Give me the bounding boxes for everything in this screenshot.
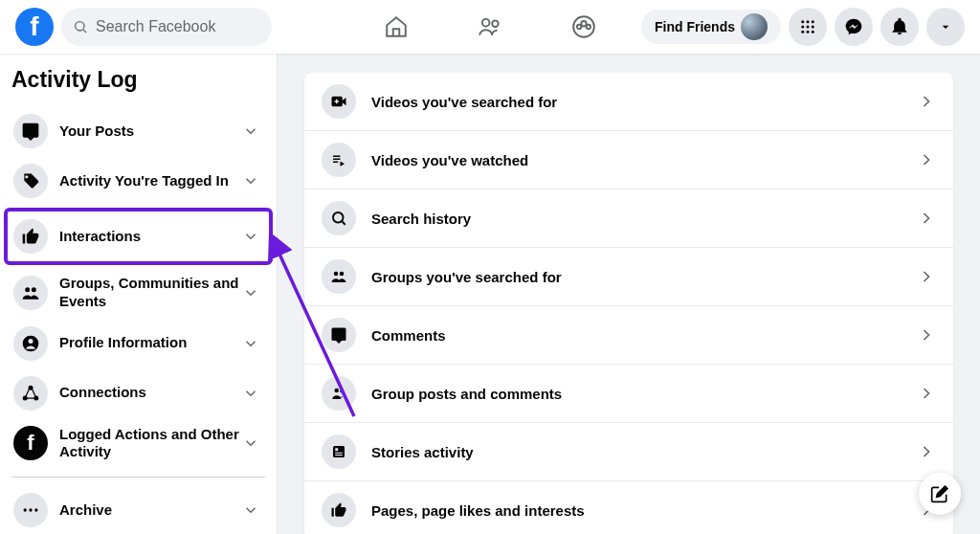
home-icon (384, 14, 409, 39)
row-groups-searched[interactable]: Groups you've searched for (304, 247, 953, 305)
svg-rect-41 (333, 446, 345, 457)
row-label: Group posts and comments (371, 386, 917, 402)
svg-point-2 (482, 19, 490, 27)
menu-button[interactable] (789, 8, 827, 46)
row-stories-activity[interactable]: Stories activity (304, 422, 953, 480)
chevron-down-icon (242, 284, 259, 301)
notifications-button[interactable] (880, 8, 919, 46)
account-button[interactable] (926, 8, 965, 46)
sidebar-item-logged-actions[interactable]: f Logged Actions and Other Activity (8, 418, 269, 470)
video-add-icon (322, 84, 356, 119)
svg-point-17 (25, 287, 30, 292)
sidebar-item-label: Groups, Communities and Events (59, 275, 242, 311)
svg-point-3 (492, 21, 499, 28)
svg-line-1 (83, 30, 86, 33)
row-label: Pages, page likes and interests (371, 502, 917, 519)
svg-point-9 (807, 20, 810, 23)
like-icon (13, 219, 48, 254)
sidebar-item-profile-info[interactable]: Profile Information (8, 319, 269, 368)
svg-point-11 (801, 26, 804, 29)
sidebar-item-label: Activity You're Tagged In (59, 172, 242, 190)
sidebar-item-label: Profile Information (59, 334, 242, 352)
search-placeholder: Search Facebook (96, 18, 215, 35)
svg-rect-43 (335, 453, 343, 454)
svg-point-39 (335, 389, 340, 393)
svg-point-40 (340, 389, 343, 392)
find-friends-label: Find Friends (655, 19, 735, 34)
page-title: Activity Log (8, 63, 269, 106)
svg-line-36 (342, 221, 345, 224)
chevron-right-icon (917, 325, 936, 345)
chevron-down-icon (242, 335, 259, 352)
chevron-down-icon (242, 501, 259, 519)
comment-icon (322, 318, 356, 352)
groups-nav[interactable] (570, 13, 597, 40)
sidebar-item-label: Archive (59, 501, 242, 520)
group-post-icon (322, 376, 356, 411)
svg-point-10 (812, 20, 814, 23)
chevron-down-icon (242, 385, 259, 402)
chevron-right-icon (917, 267, 936, 286)
messenger-icon (844, 17, 863, 36)
edit-icon (930, 484, 949, 503)
svg-point-8 (801, 20, 804, 23)
find-friends-button[interactable]: Find Friends (641, 10, 781, 44)
svg-point-6 (577, 25, 581, 29)
chevron-down-icon (242, 228, 259, 245)
row-label: Videos you've searched for (371, 94, 917, 110)
dots-icon (13, 493, 48, 527)
connections-icon (13, 376, 48, 411)
svg-rect-44 (335, 455, 343, 456)
svg-point-20 (29, 339, 33, 344)
svg-point-16 (812, 31, 814, 33)
svg-point-13 (812, 26, 814, 29)
right-nav: Find Friends (641, 8, 965, 46)
svg-point-7 (587, 25, 590, 29)
sidebar-item-interactions[interactable]: Interactions (4, 208, 273, 265)
chevron-right-icon (917, 209, 936, 228)
facebook-icon: f (13, 426, 48, 460)
row-group-posts-comments[interactable]: Group posts and comments (304, 364, 953, 422)
row-search-history[interactable]: Search history (304, 189, 953, 247)
chevron-down-icon (242, 434, 259, 452)
sidebar-item-tagged[interactable]: Activity You're Tagged In (8, 156, 269, 206)
edit-fab[interactable] (919, 473, 961, 515)
sidebar: Activity Log Your Posts Activity You're … (0, 54, 278, 534)
sidebar-item-archive[interactable]: Archive (8, 485, 269, 534)
svg-point-5 (581, 21, 586, 26)
caret-icon (938, 19, 953, 34)
facebook-logo[interactable]: f (15, 8, 54, 46)
svg-point-18 (32, 287, 36, 292)
friends-icon (478, 14, 502, 39)
groups-nav-icon (571, 14, 596, 39)
activity-card: Videos you've searched for Videos you've… (304, 73, 953, 534)
row-pages-likes[interactable]: Pages, page likes and interests (304, 480, 953, 534)
sidebar-item-label: Logged Actions and Other Activity (59, 426, 242, 462)
main-content: Videos you've searched for Videos you've… (278, 54, 980, 534)
row-label: Groups you've searched for (371, 269, 917, 285)
search-input[interactable]: Search Facebook (61, 8, 272, 46)
sidebar-item-label: Connections (59, 384, 242, 402)
row-videos-searched[interactable]: Videos you've searched for (304, 73, 953, 130)
chevron-right-icon (917, 150, 936, 169)
row-comments[interactable]: Comments (304, 305, 953, 364)
svg-point-15 (807, 31, 810, 33)
sidebar-item-label: Your Posts (59, 122, 242, 141)
home-nav[interactable] (383, 13, 410, 40)
svg-point-12 (807, 26, 810, 29)
chevron-right-icon (917, 442, 936, 461)
sidebar-item-your-posts[interactable]: Your Posts (8, 106, 269, 156)
sidebar-item-connections[interactable]: Connections (8, 368, 269, 418)
like-icon (322, 493, 356, 527)
stories-icon (322, 434, 356, 469)
row-videos-watched[interactable]: Videos you've watched (304, 130, 953, 189)
sidebar-item-groups[interactable]: Groups, Communities and Events (8, 267, 269, 319)
friends-nav[interactable] (477, 13, 503, 40)
messenger-button[interactable] (835, 8, 873, 46)
svg-point-38 (340, 272, 345, 277)
playlist-icon (322, 143, 356, 177)
row-label: Comments (371, 327, 917, 344)
profile-icon (13, 326, 48, 361)
chat-icon (13, 114, 48, 148)
chevron-down-icon (242, 172, 259, 189)
